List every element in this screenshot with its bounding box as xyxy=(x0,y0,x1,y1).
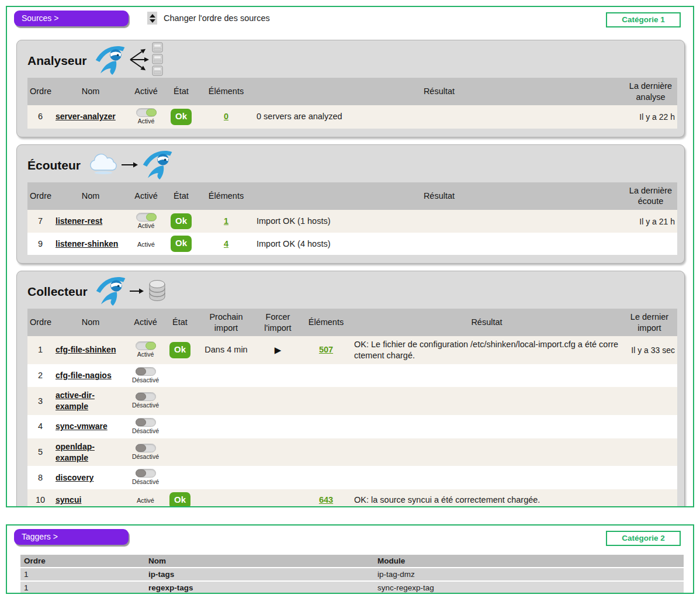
active-toggle[interactable] xyxy=(136,108,157,117)
order-number: 5 xyxy=(27,438,53,466)
column-header: Ordre xyxy=(27,309,53,336)
elements-count-link[interactable]: 643 xyxy=(319,495,333,504)
taggers-topbar: Taggers > Catégorie 2 xyxy=(7,526,693,551)
shinken-ninja-icon xyxy=(95,44,126,78)
column-header: Le dernier import xyxy=(622,309,677,336)
source-name-link[interactable]: openldap-example xyxy=(56,442,95,462)
table-header-row: Ordre Nom Activé État Prochain import Fo… xyxy=(27,309,677,336)
toggle-state-label: Désactivé xyxy=(130,478,161,486)
arrow-right-icon xyxy=(122,160,139,171)
status-ok-badge[interactable]: Ok xyxy=(169,492,190,507)
force-import-play-icon[interactable]: ▶ xyxy=(275,345,282,355)
active-toggle[interactable] xyxy=(136,341,156,350)
source-name-link[interactable]: sync-vmware xyxy=(56,421,108,431)
sources-nav-button[interactable]: Sources > xyxy=(14,11,129,26)
table-row: 5 openldap-example Désactivé xyxy=(27,438,677,466)
source-name-link[interactable]: active-dir-example xyxy=(56,390,95,411)
toggle-state-label: Désactivé xyxy=(130,402,161,410)
sort-down-icon xyxy=(150,19,155,23)
active-toggle[interactable] xyxy=(136,418,156,427)
status-ok-badge[interactable]: Ok xyxy=(171,213,192,230)
taggers-table: Ordre Nom Module 1 ip-tags ip-tag-dmz 1 … xyxy=(20,555,684,594)
order-number: 1 xyxy=(20,581,145,594)
source-name-link[interactable]: discovery xyxy=(56,473,93,482)
toggle-knob xyxy=(146,109,157,116)
active-toggle[interactable] xyxy=(136,213,157,222)
active-toggle[interactable] xyxy=(136,469,156,478)
sort-order-icon[interactable] xyxy=(147,12,157,25)
toggle-state-label: Désactivé xyxy=(130,453,161,461)
order-number: 8 xyxy=(27,466,53,489)
column-header: État xyxy=(163,309,197,336)
shinken-ninja-icon xyxy=(96,275,126,309)
column-header: Activé xyxy=(128,78,164,105)
table-row: 6 server-analyzer Activé Ok 0 0 servers … xyxy=(27,105,677,129)
toggle-knob xyxy=(146,213,157,221)
ecouteur-title: Écouteur xyxy=(27,158,81,172)
column-header: Nom xyxy=(53,182,128,210)
status-ok-badge[interactable]: Ok xyxy=(169,342,190,358)
last-import-text: Il y a 33 sec xyxy=(622,336,677,364)
order-number: 4 xyxy=(27,415,53,438)
result-text: Import OK (1 hosts) xyxy=(254,210,624,233)
source-name-link[interactable]: listener-shinken xyxy=(56,239,118,248)
taggers-nav-button[interactable]: Taggers > xyxy=(14,529,129,545)
column-header: Résultat xyxy=(352,309,622,336)
source-name-link[interactable]: server-analyzer xyxy=(56,112,116,121)
active-toggle[interactable] xyxy=(136,367,156,376)
table-header-row: Ordre Nom Activé État Éléments Résultat … xyxy=(27,182,677,210)
elements-count-link[interactable]: 1 xyxy=(224,216,228,226)
sources-section: Sources > Changer l'ordre des sources Ca… xyxy=(6,6,694,507)
active-toggle[interactable] xyxy=(136,444,156,452)
shinken-ninja-icon xyxy=(143,148,173,182)
toggle-knob xyxy=(136,368,146,375)
order-number: 9 xyxy=(27,233,53,255)
category-1-badge[interactable]: Catégorie 1 xyxy=(606,12,681,27)
table-row: 1 regexp-tags sync-regexp-tag xyxy=(20,581,684,594)
sources-topbar: Sources > Changer l'ordre des sources Ca… xyxy=(7,7,693,33)
tagger-name: regexp-tags xyxy=(145,581,374,594)
panel-analyseur: Analyseur xyxy=(16,40,685,137)
source-name-link[interactable]: syncui xyxy=(56,495,81,504)
column-header: Ordre xyxy=(27,182,53,210)
analyseur-title-row: Analyseur xyxy=(27,44,674,78)
last-run-text: Il y a 22 h xyxy=(624,105,677,129)
category-2-badge[interactable]: Catégorie 2 xyxy=(606,531,681,546)
toggle-state-label: Activé xyxy=(130,222,162,230)
taggers-section: Taggers > Catégorie 2 Ordre Nom Module 1… xyxy=(6,524,694,594)
source-name-link[interactable]: listener-rest xyxy=(56,216,102,226)
table-row: 9 listener-shinken Activé Ok 4 Import OK… xyxy=(27,233,677,255)
collecteur-title: Collecteur xyxy=(27,285,88,299)
order-number: 10 xyxy=(27,489,53,507)
status-ok-badge[interactable]: Ok xyxy=(171,236,192,252)
analyseur-title: Analyseur xyxy=(27,54,87,68)
tagger-name: ip-tags xyxy=(145,568,374,581)
collecteur-table: Ordre Nom Activé État Prochain import Fo… xyxy=(27,309,677,507)
elements-count-link[interactable]: 0 xyxy=(224,112,228,121)
column-header: Éléments xyxy=(300,309,352,336)
toggle-knob xyxy=(136,469,146,477)
analyze-targets-icon xyxy=(129,42,167,79)
column-header: État xyxy=(164,182,198,210)
table-header-row: Ordre Nom Activé État Éléments Résultat … xyxy=(27,78,677,105)
elements-count-link[interactable]: 4 xyxy=(224,239,228,248)
ecouteur-title-row: Écouteur xyxy=(27,148,674,182)
collecteur-title-row: Collecteur xyxy=(27,275,674,309)
toggle-knob xyxy=(145,342,156,350)
status-ok-badge[interactable]: Ok xyxy=(171,109,192,125)
order-number: 2 xyxy=(27,364,53,388)
source-name-link[interactable]: cfg-file-nagios xyxy=(56,371,112,380)
toggle-knob xyxy=(136,444,146,452)
order-number: 1 xyxy=(20,568,145,581)
source-name-link[interactable]: cfg-file-shinken xyxy=(56,345,116,354)
toggle-state-label: Activé xyxy=(137,241,155,248)
database-icon xyxy=(148,279,166,304)
toggle-knob xyxy=(136,419,146,426)
table-header-row: Ordre Nom Module xyxy=(20,555,684,568)
column-header: Ordre xyxy=(27,78,53,105)
order-number: 7 xyxy=(27,210,53,233)
analyseur-table: Ordre Nom Activé État Éléments Résultat … xyxy=(27,78,677,129)
cloud-icon xyxy=(89,154,118,177)
elements-count-link[interactable]: 507 xyxy=(319,345,333,354)
active-toggle[interactable] xyxy=(136,392,156,401)
